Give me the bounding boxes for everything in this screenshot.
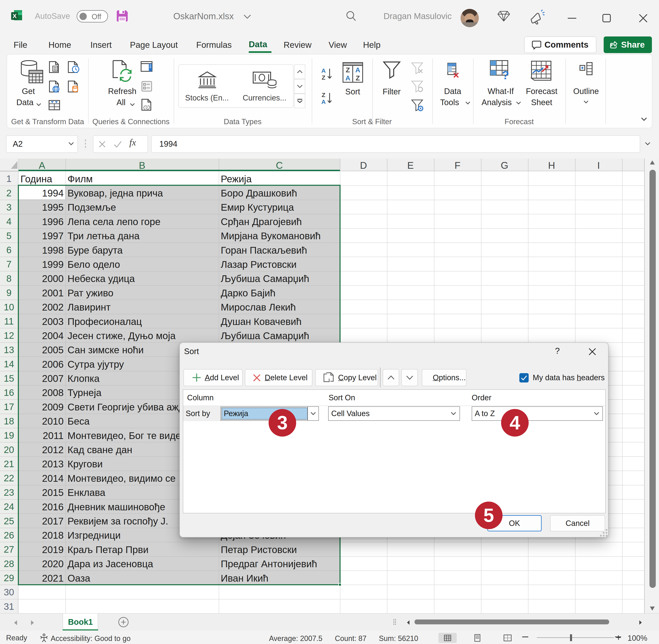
svg-text:A: A: [355, 66, 360, 74]
svg-text:A: A: [321, 98, 326, 105]
svg-text:Z: Z: [322, 74, 325, 81]
svg-text:A: A: [321, 67, 326, 74]
svg-text:Z: Z: [356, 74, 360, 82]
svg-text:Z: Z: [322, 92, 325, 98]
svg-text:Z: Z: [346, 66, 350, 74]
svg-text:A: A: [346, 74, 350, 82]
svg-text:?: ?: [502, 68, 509, 82]
svg-text:X: X: [13, 13, 17, 19]
